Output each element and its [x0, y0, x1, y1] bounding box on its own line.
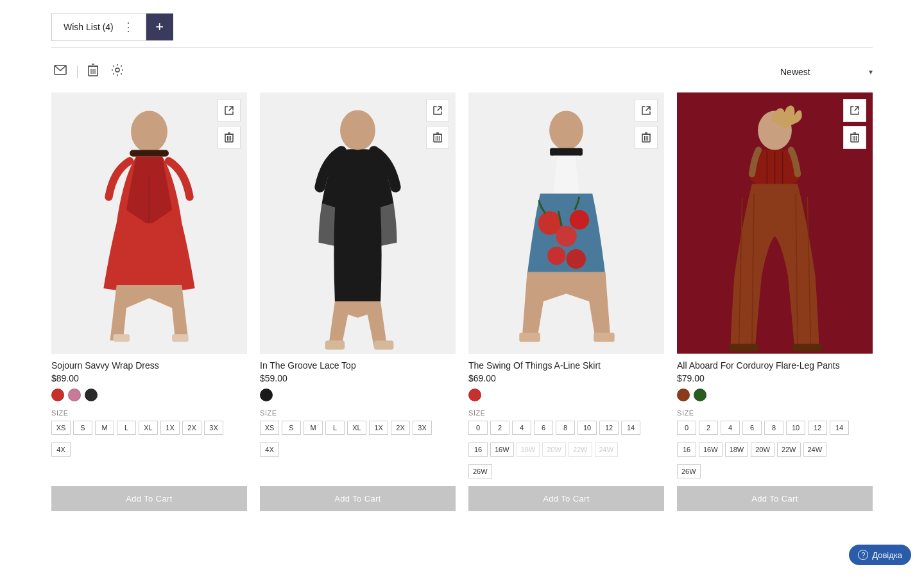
- email-icon: [54, 65, 67, 75]
- size-btn-14[interactable]: 14: [621, 421, 640, 435]
- size-btn-4X[interactable]: 4X: [51, 442, 71, 457]
- svg-point-7: [116, 68, 119, 72]
- size-btn-XS[interactable]: XS: [260, 421, 279, 435]
- size-btn-1X[interactable]: 1X: [160, 421, 180, 435]
- size-label-1: SIZE: [51, 409, 247, 417]
- size-btn-12[interactable]: 12: [599, 421, 619, 435]
- card-actions-4: [843, 99, 866, 149]
- size-btn-S[interactable]: S: [282, 421, 301, 435]
- wishlist-add-button[interactable]: +: [146, 13, 173, 40]
- trash-icon-card: [433, 132, 442, 143]
- size-btn-XL[interactable]: XL: [347, 421, 366, 435]
- sort-select[interactable]: Newest Oldest Price: Low to High Price: …: [780, 67, 866, 77]
- size-btn-16W[interactable]: 16W: [699, 442, 723, 457]
- color-swatch-2-0[interactable]: [468, 389, 481, 401]
- color-swatch-0-2[interactable]: [85, 389, 98, 401]
- size-btn-2[interactable]: 2: [699, 421, 718, 435]
- add-to-cart-button-3[interactable]: Add To Cart: [468, 486, 664, 511]
- size-btn-16[interactable]: 16: [677, 442, 696, 457]
- wishlist-dots-icon[interactable]: ⋮: [123, 20, 134, 34]
- size-btn-10[interactable]: 10: [578, 421, 597, 435]
- open-product-button-2[interactable]: [426, 99, 449, 122]
- svg-point-33: [556, 225, 577, 247]
- product-image-4: [677, 92, 873, 354]
- size-btn-2X[interactable]: 2X: [391, 421, 410, 435]
- add-to-cart-button-2[interactable]: Add To Cart: [260, 486, 456, 511]
- size-btn-14[interactable]: 14: [830, 421, 849, 435]
- size-btn-4[interactable]: 4: [512, 421, 531, 435]
- size-btn-0[interactable]: 0: [677, 421, 696, 435]
- product-price-4: $79.00: [677, 373, 873, 383]
- svg-rect-9: [130, 150, 169, 156]
- size-btn-4[interactable]: 4: [721, 421, 740, 435]
- size-btn-1X[interactable]: 1X: [369, 421, 388, 435]
- svg-point-30: [549, 110, 583, 150]
- settings-button[interactable]: [108, 61, 126, 82]
- email-button[interactable]: [51, 62, 69, 81]
- color-swatch-0-0[interactable]: [51, 389, 64, 401]
- size-btn-M[interactable]: M: [95, 421, 114, 435]
- size-btn-16[interactable]: 16: [468, 442, 488, 457]
- size-btn-3X[interactable]: 3X: [413, 421, 432, 435]
- remove-product-button-3[interactable]: [635, 126, 658, 149]
- size-btn-S[interactable]: S: [73, 421, 92, 435]
- toolbar-divider: [77, 66, 78, 78]
- product-name-1: Sojourn Savvy Wrap Dress: [51, 360, 247, 371]
- size-btn-L[interactable]: L: [325, 421, 345, 435]
- color-swatch-3-0[interactable]: [677, 389, 690, 401]
- open-product-button-4[interactable]: [843, 99, 866, 122]
- color-swatches-2: [260, 389, 456, 401]
- size-grid-2: XSSMLXL1X2X3X: [260, 421, 456, 435]
- open-product-button-1[interactable]: [218, 99, 241, 122]
- remove-product-button-2[interactable]: [426, 126, 449, 149]
- delete-button[interactable]: [85, 61, 101, 82]
- svg-rect-11: [114, 334, 130, 342]
- open-product-button-3[interactable]: [635, 99, 658, 122]
- size-btn-8[interactable]: 8: [764, 421, 783, 435]
- size-btn-XS[interactable]: XS: [51, 421, 71, 435]
- size-btn-6[interactable]: 6: [742, 421, 762, 435]
- size-btn-10[interactable]: 10: [786, 421, 805, 435]
- size-btn-26W[interactable]: 26W: [468, 464, 492, 478]
- color-swatch-0-1[interactable]: [68, 389, 81, 401]
- size-btn-18W: 18W: [517, 442, 540, 457]
- size-btn-12[interactable]: 12: [808, 421, 827, 435]
- size-btn-26W[interactable]: 26W: [677, 464, 701, 478]
- size-btn-XL[interactable]: XL: [139, 421, 158, 435]
- svg-point-19: [340, 110, 375, 150]
- size-btn-3X[interactable]: 3X: [204, 421, 223, 435]
- toolbar: Newest Oldest Price: Low to High Price: …: [51, 61, 873, 82]
- size-btn-4X[interactable]: 4X: [260, 442, 279, 457]
- size-btn-24W[interactable]: 24W: [803, 442, 827, 457]
- size-btn-18W[interactable]: 18W: [725, 442, 749, 457]
- product-price-3: $69.00: [468, 373, 664, 383]
- card-actions-1: [218, 99, 241, 149]
- size-grid-r2-4: 1616W18W20W22W24W: [677, 442, 873, 457]
- size-btn-L[interactable]: L: [117, 421, 136, 435]
- remove-product-button-4[interactable]: [843, 126, 866, 149]
- size-btn-2[interactable]: 2: [490, 421, 509, 435]
- sort-wrapper: Newest Oldest Price: Low to High Price: …: [780, 67, 873, 77]
- remove-product-button-1[interactable]: [218, 126, 241, 149]
- size-btn-22W[interactable]: 22W: [777, 442, 801, 457]
- wishlist-tab[interactable]: Wish List (4) ⋮: [51, 13, 146, 41]
- trash-icon-card: [642, 132, 651, 143]
- add-to-cart-button-4[interactable]: Add To Cart: [677, 486, 873, 511]
- size-btn-M[interactable]: M: [304, 421, 323, 435]
- product-image-1: [51, 92, 247, 354]
- add-to-cart-button-1[interactable]: Add To Cart: [51, 486, 247, 511]
- size-btn-0[interactable]: 0: [468, 421, 488, 435]
- size-btn-8[interactable]: 8: [556, 421, 575, 435]
- size-label-2: SIZE: [260, 409, 456, 417]
- product-card-3: The Swing Of Things A-Line Skirt $69.00 …: [468, 92, 664, 511]
- color-swatch-3-1[interactable]: [694, 389, 706, 401]
- size-btn-2X[interactable]: 2X: [182, 421, 201, 435]
- color-swatch-1-0[interactable]: [260, 389, 273, 401]
- size-btn-6[interactable]: 6: [534, 421, 553, 435]
- size-btn-16W[interactable]: 16W: [490, 442, 514, 457]
- size-btn-20W[interactable]: 20W: [751, 442, 774, 457]
- size-label-3: SIZE: [468, 409, 664, 417]
- color-swatches-1: [51, 389, 247, 401]
- svg-point-35: [547, 247, 565, 265]
- size-grid-r1-3: 02468101214: [468, 421, 664, 435]
